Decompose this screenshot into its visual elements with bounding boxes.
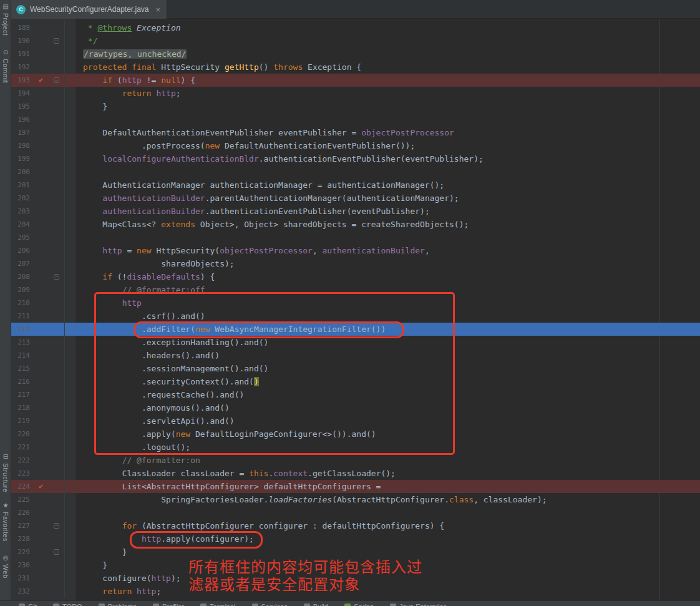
gutter-cell (30, 165, 64, 178)
code-line-198[interactable]: 198 .postProcess(new DefaultAuthenticati… (11, 139, 700, 152)
tool-button-label: Commit (2, 59, 9, 83)
statusbar-item-spring[interactable]: Spring (344, 603, 374, 606)
red-bookmark-icon[interactable]: ✔ (39, 74, 43, 87)
code-text: .exceptionHandling().and() (64, 336, 700, 349)
statusbar-item-problems[interactable]: Problems (99, 603, 137, 606)
fold-marker-icon[interactable] (54, 274, 59, 280)
code-line-223[interactable]: 223 ClassLoader classLoader = this.conte… (11, 467, 700, 480)
tool-button-label: Favorites (2, 512, 9, 542)
code-line-194[interactable]: 194 return http; (11, 87, 700, 100)
tool-button-project[interactable]: ▤Project (0, 3, 11, 36)
code-text: .servletApi().and() (64, 414, 700, 428)
gutter-cell (30, 401, 64, 414)
code-text: return http; (64, 87, 700, 100)
line-number: 211 (11, 310, 30, 323)
statusbar-item-build[interactable]: Build (304, 603, 328, 606)
ide-window: ▤Project⊙Commit⊟Structure★Favorites◎Web … (0, 0, 700, 606)
statusbar-item-services[interactable]: Services (252, 603, 288, 606)
code-line-224[interactable]: 224✔ List<AbstractHttpConfigurer> defaul… (11, 480, 700, 493)
code-line-193[interactable]: 193✔ if (http != null) { (11, 74, 700, 87)
gutter-cell (30, 47, 64, 61)
code-line-216[interactable]: 216 .securityContext().and() (11, 375, 700, 388)
tool-button-commit[interactable]: ⊙Commit (0, 49, 11, 83)
tab-title: WebSecurityConfigurerAdapter.java (30, 5, 149, 14)
code-line-213[interactable]: 213 .exceptionHandling().and() (11, 336, 700, 349)
tool-button-structure[interactable]: ⊟Structure (0, 453, 11, 492)
code-line-225[interactable]: 225 SpringFactoriesLoader.loadFactories(… (11, 493, 700, 506)
code-text: DefaultAuthenticationEventPublisher even… (64, 126, 700, 139)
code-line-201[interactable]: 201 AuthenticationManager authentication… (11, 178, 700, 192)
code-line-203[interactable]: 203 authenticationBuilder.authentication… (11, 205, 700, 218)
code-text: authenticationBuilder.authenticationEven… (64, 205, 700, 218)
code-line-202[interactable]: 202 authenticationBuilder.parentAuthenti… (11, 192, 700, 205)
code-line-209[interactable]: 209 // @formatter:off (11, 283, 700, 296)
code-line-205[interactable]: 205 (11, 231, 700, 244)
code-line-228[interactable]: 228 http.apply(configurer); (11, 532, 700, 545)
fold-marker-icon[interactable] (54, 523, 59, 529)
code-line-219[interactable]: 219 .servletApi().and() (11, 414, 700, 428)
statusbar-item-terminal[interactable]: Terminal (200, 603, 236, 606)
code-line-210[interactable]: 210 http (11, 296, 700, 310)
annotation-note-line2: 滤器或者是安全配置对象 (188, 576, 422, 594)
code-line-227[interactable]: 227 for (AbstractHttpConfigurer configur… (11, 519, 700, 532)
code-line-217[interactable]: 217 .requestCache().and() (11, 388, 700, 401)
gutter-cell (30, 454, 64, 467)
code-line-192[interactable]: 192protected final HttpSecurity getHttp(… (11, 61, 700, 74)
line-number: 229 (11, 545, 30, 559)
code-line-197[interactable]: 197 DefaultAuthenticationEventPublisher … (11, 126, 700, 139)
line-number: 219 (11, 414, 30, 428)
code-text: if (http != null) { (64, 74, 700, 87)
line-number: 195 (11, 100, 30, 113)
code-editor[interactable]: 189 * @throws Exception190 */191/rawtype… (11, 19, 700, 600)
code-line-214[interactable]: 214 .headers().and() (11, 349, 700, 362)
code-line-222[interactable]: 222 // @formatter:on (11, 454, 700, 467)
tool-button-web[interactable]: ◎Web (0, 554, 11, 579)
gutter-cell (30, 231, 64, 244)
structure-icon: ⊟ (3, 453, 8, 461)
code-line-212[interactable]: 212 .addFilter(new WebAsyncManagerIntegr… (11, 323, 700, 336)
tool-button-favorites[interactable]: ★Favorites (0, 502, 11, 542)
code-line-218[interactable]: 218 .anonymous().and() (11, 401, 700, 414)
code-line-195[interactable]: 195 } (11, 100, 700, 113)
code-line-190[interactable]: 190 */ (11, 34, 700, 47)
statusbar-item-profiler[interactable]: Profiler (153, 603, 184, 606)
gutter-cell (30, 205, 64, 218)
fold-marker-icon[interactable] (54, 549, 59, 555)
gutter-cell (30, 192, 64, 205)
gutter-cell (30, 467, 64, 480)
code-line-221[interactable]: 221 .logout(); (11, 441, 700, 454)
statusbar-item-label: Spring (354, 603, 374, 606)
line-number: 222 (11, 454, 30, 467)
fold-marker-icon[interactable] (54, 38, 59, 44)
editor-tabbar: C WebSecurityConfigurerAdapter.java × (11, 0, 700, 19)
code-line-191[interactable]: 191/rawtypes, unchecked/ (11, 47, 700, 61)
code-line-208[interactable]: 208 if (!disableDefaults) { (11, 270, 700, 283)
statusbar-item-git[interactable]: Git (19, 603, 37, 606)
tool-button-label: Structure (2, 463, 9, 492)
line-number: 192 (11, 61, 30, 74)
code-line-211[interactable]: 211 .csrf().and() (11, 310, 700, 323)
code-line-196[interactable]: 196 (11, 113, 700, 126)
code-line-189[interactable]: 189 * @throws Exception (11, 21, 700, 34)
code-line-200[interactable]: 200 (11, 165, 700, 178)
gutter-cell (30, 493, 64, 506)
fold-marker-icon[interactable] (54, 77, 59, 83)
code-line-220[interactable]: 220 .apply(new DefaultLoginPageConfigure… (11, 428, 700, 441)
code-line-226[interactable]: 226 (11, 506, 700, 519)
tab-websecurityconfigureradapter-java[interactable]: C WebSecurityConfigurerAdapter.java × (11, 0, 167, 19)
code-line-206[interactable]: 206 http = new HttpSecurity(objectPostPr… (11, 244, 700, 257)
gutter-cell (30, 336, 64, 349)
code-line-207[interactable]: 207 sharedObjects); (11, 257, 700, 270)
line-number: 202 (11, 192, 30, 205)
tab-close-icon[interactable]: × (156, 5, 161, 14)
code-line-229[interactable]: 229 } (11, 545, 700, 559)
code-line-215[interactable]: 215 .sessionManagement().and() (11, 362, 700, 375)
gutter-cell (30, 296, 64, 310)
code-text (64, 231, 700, 244)
red-bookmark-icon[interactable]: ✔ (39, 480, 43, 493)
code-line-204[interactable]: 204 Map<Class<? extends Object>, Object>… (11, 218, 700, 231)
line-number: 194 (11, 87, 30, 100)
statusbar-item-todo[interactable]: TODO (53, 603, 82, 606)
statusbar-item-java-enterprise[interactable]: Java Enterprise (390, 603, 447, 606)
code-line-199[interactable]: 199 localConfigureAuthenticationBldr.aut… (11, 152, 700, 165)
